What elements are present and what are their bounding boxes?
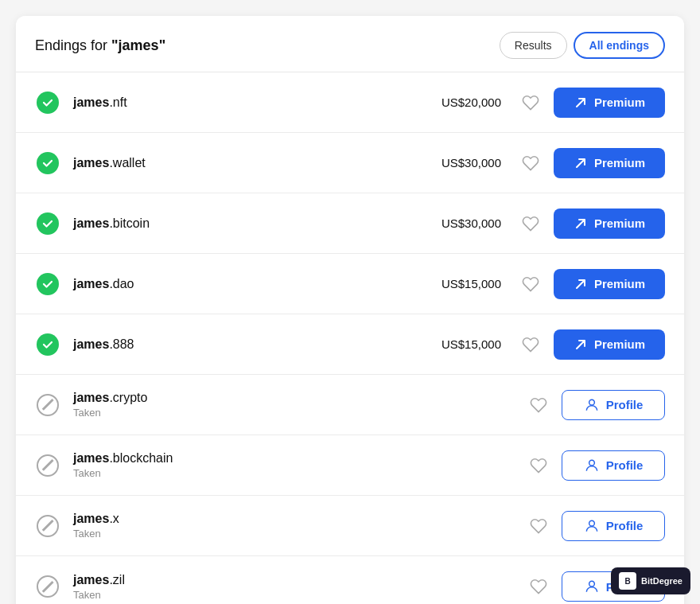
domain-name-wrap: james.dao xyxy=(73,277,414,291)
available-icon xyxy=(35,271,60,297)
domain-row: james.cryptoTaken Profile xyxy=(16,375,684,435)
premium-button[interactable]: Premium xyxy=(554,88,665,118)
domain-name-wrap: james.bitcoin xyxy=(73,216,414,231)
domain-ext: .blockchain xyxy=(109,451,173,465)
favorite-button[interactable] xyxy=(517,331,544,358)
premium-label: Premium xyxy=(594,216,645,230)
domain-price: US$30,000 xyxy=(414,216,501,230)
domain-price: US$30,000 xyxy=(414,156,501,170)
header-actions: Results All endings xyxy=(500,32,665,59)
premium-label: Premium xyxy=(594,277,645,290)
taken-icon xyxy=(35,453,60,478)
premium-button[interactable]: Premium xyxy=(554,148,665,178)
domain-row: james.xTaken Profile xyxy=(16,496,684,556)
profile-label: Profile xyxy=(606,519,644,532)
domain-name-wrap: james.nft xyxy=(73,95,414,110)
bitdegree-label: BitDegree xyxy=(641,576,682,586)
svg-point-0 xyxy=(589,399,594,405)
domain-name-wrap: james.cryptoTaken xyxy=(73,391,422,419)
bitdegree-logo: B xyxy=(619,572,636,590)
domain-row: james.walletUS$30,000 Premium xyxy=(16,133,684,193)
domain-base: james xyxy=(73,573,109,586)
user-icon xyxy=(584,458,600,473)
domain-full-name: james.x xyxy=(73,512,422,526)
user-icon xyxy=(584,518,600,534)
all-endings-button[interactable]: All endings xyxy=(574,32,665,59)
premium-label: Premium xyxy=(594,156,645,170)
domain-price: US$15,000 xyxy=(414,337,501,351)
domain-base: james xyxy=(73,451,109,465)
taken-icon xyxy=(35,392,60,418)
bitdegree-badge: B BitDegree xyxy=(611,567,690,594)
domain-full-name: james.zil xyxy=(73,573,422,587)
arrow-up-right-icon xyxy=(574,95,588,110)
domain-ext: .crypto xyxy=(109,391,147,404)
available-icon xyxy=(35,211,60,236)
domain-base: james xyxy=(73,277,109,290)
domain-ext: .dao xyxy=(109,277,134,290)
page-header: Endings for "james" Results All endings xyxy=(16,16,684,72)
domain-base: james xyxy=(73,95,109,109)
domain-row: james.zilTaken Profile xyxy=(16,556,684,604)
domain-base: james xyxy=(73,391,109,404)
domain-ext: .nft xyxy=(109,95,126,109)
taken-icon xyxy=(35,574,60,599)
favorite-button[interactable] xyxy=(525,392,552,419)
domain-name-wrap: james.888 xyxy=(73,337,414,352)
domain-name-wrap: james.wallet xyxy=(73,156,414,170)
domain-status-label: Taken xyxy=(73,528,422,540)
favorite-button[interactable] xyxy=(525,573,552,600)
results-button[interactable]: Results xyxy=(500,32,567,59)
domain-base: james xyxy=(73,156,109,170)
domain-full-name: james.blockchain xyxy=(73,451,422,466)
domain-price: US$20,000 xyxy=(414,95,501,109)
premium-button[interactable]: Premium xyxy=(554,269,665,299)
favorite-button[interactable] xyxy=(517,210,544,237)
domain-row: james.bitcoinUS$30,000 Premium xyxy=(16,193,684,254)
domain-row: james.nftUS$20,000 Premium xyxy=(16,72,684,133)
domain-full-name: james.bitcoin xyxy=(73,216,414,231)
taken-icon xyxy=(35,513,60,539)
page-title: Endings for "james" xyxy=(35,37,165,54)
arrow-up-right-icon xyxy=(574,277,588,291)
domain-full-name: james.nft xyxy=(73,95,414,110)
premium-label: Premium xyxy=(594,95,645,109)
domain-status-label: Taken xyxy=(73,407,422,419)
domain-full-name: james.crypto xyxy=(73,391,422,405)
domain-list: james.nftUS$20,000 Premium james.walletU… xyxy=(16,72,684,604)
premium-label: Premium xyxy=(594,337,645,351)
premium-button[interactable]: Premium xyxy=(554,329,665,360)
available-icon xyxy=(35,90,60,115)
svg-point-2 xyxy=(589,520,594,526)
domain-base: james xyxy=(73,512,109,525)
available-icon xyxy=(35,332,60,357)
favorite-button[interactable] xyxy=(517,271,544,298)
title-prefix: Endings for xyxy=(35,37,111,53)
user-icon xyxy=(584,579,600,594)
main-container: Endings for "james" Results All endings … xyxy=(16,16,684,604)
domain-row: james.daoUS$15,000 Premium xyxy=(16,254,684,314)
favorite-button[interactable] xyxy=(517,89,544,116)
domain-name-wrap: james.xTaken xyxy=(73,512,422,540)
domain-ext: .bitcoin xyxy=(109,216,150,230)
domain-name-wrap: james.zilTaken xyxy=(73,573,422,601)
profile-label: Profile xyxy=(606,398,644,411)
profile-button[interactable]: Profile xyxy=(562,511,665,541)
domain-ext: .zil xyxy=(109,573,125,586)
arrow-up-right-icon xyxy=(574,216,588,231)
favorite-button[interactable] xyxy=(525,452,552,479)
domain-status-label: Taken xyxy=(73,467,422,479)
profile-button[interactable]: Profile xyxy=(562,390,665,420)
domain-base: james xyxy=(73,216,109,230)
favorite-button[interactable] xyxy=(525,512,552,540)
favorite-button[interactable] xyxy=(517,150,544,177)
search-term: "james" xyxy=(111,37,165,53)
domain-full-name: james.wallet xyxy=(73,156,414,170)
domain-row: james.blockchainTaken Profile xyxy=(16,435,684,496)
svg-point-3 xyxy=(589,581,594,586)
domain-ext: .888 xyxy=(109,337,134,351)
domain-row: james.888US$15,000 Premium xyxy=(16,314,684,375)
profile-button[interactable]: Profile xyxy=(562,450,665,481)
premium-button[interactable]: Premium xyxy=(554,208,665,239)
domain-name-wrap: james.blockchainTaken xyxy=(73,451,422,479)
